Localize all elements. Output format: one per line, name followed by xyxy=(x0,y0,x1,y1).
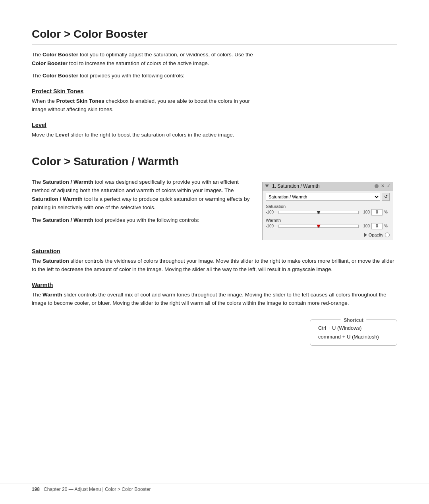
saturation-warmth-widget: 1. Saturation / Warmth ✕ ✓ Saturation / … xyxy=(262,182,393,240)
sw-text1: The xyxy=(32,179,43,185)
widget-dot-icon[interactable] xyxy=(375,184,379,188)
widget-title-bar: 1. Saturation / Warmth ✕ ✓ xyxy=(263,182,393,190)
level-text2: slider to the right to boost the saturat… xyxy=(69,132,234,138)
sw-bold2: Saturation / Warmth xyxy=(32,196,83,202)
intro-paragraph-2: The Color Booster tool provides you with… xyxy=(32,71,254,80)
warmth-label: Warmth xyxy=(266,218,390,223)
widget-preset-row: Saturation / Warmth ↺ xyxy=(266,193,390,201)
warmth-slider-track[interactable] xyxy=(278,225,359,228)
intro1-bold2: Color Booster xyxy=(32,60,68,66)
widget-opacity-label: Opacity xyxy=(369,233,383,237)
warmth-pct: % xyxy=(384,224,390,228)
widget-footer-row: Opacity xyxy=(266,233,390,237)
saturation-min: -100 xyxy=(266,210,277,214)
saturation-pct: % xyxy=(384,210,390,214)
sw-text4: The xyxy=(32,217,43,223)
widget-preset-select[interactable]: Saturation / Warmth xyxy=(266,193,380,201)
sat-text2: slider controls the vividness of colors … xyxy=(32,258,394,273)
warmth-desc: The Warmth slider controls the overall m… xyxy=(32,290,397,308)
page-footer: 198 Chapter 20 — Adjust Menu | Color > C… xyxy=(0,483,429,492)
sat-text1: The xyxy=(32,258,43,264)
intro1-text2: tool you to optimally adjust the saturat… xyxy=(78,52,253,58)
protect-bold1: Protect Skin Tones xyxy=(56,98,104,104)
level-bold1: Level xyxy=(55,132,69,138)
sat-warmth-intro-p2: The Saturation / Warmth tool provides yo… xyxy=(32,216,250,225)
warmth-text2: slider controls the overall mix of cool … xyxy=(32,292,386,306)
level-text1: Move the xyxy=(32,132,55,138)
protect-text1: When the xyxy=(32,98,56,104)
sw-bold1: Saturation / Warmth xyxy=(43,179,93,185)
intro1-bold3: Color Booster xyxy=(43,73,78,79)
sat-warmth-layout: The Saturation / Warmth tool was designe… xyxy=(32,178,397,240)
intro1-text5: tool provides you with the following con… xyxy=(78,73,184,79)
saturation-max: 100 xyxy=(360,210,370,214)
shortcut-line1: Ctrl + U (Windows) xyxy=(318,324,389,333)
widget-body: Saturation / Warmth ↺ Saturation -100 10… xyxy=(263,190,393,240)
widget-opacity-triangle-icon[interactable] xyxy=(364,233,367,237)
saturation-heading: Saturation xyxy=(32,248,397,254)
widget-preset-btn[interactable]: ↺ xyxy=(382,193,390,201)
section-divider-2 xyxy=(32,172,397,172)
level-heading: Level xyxy=(32,122,397,128)
footer-chapter-text: Chapter 20 — Adjust Menu | Color > Color… xyxy=(44,487,151,492)
widget-check-icon[interactable]: ✓ xyxy=(387,183,390,189)
saturation-desc: The Saturation slider controls the vivid… xyxy=(32,257,397,274)
saturation-label: Saturation xyxy=(266,204,390,209)
warmth-slider-thumb xyxy=(317,225,321,228)
intro1-text3: tool to increase the saturation of color… xyxy=(68,60,209,66)
footer-page-number: 198 xyxy=(32,487,40,492)
warmth-slider-section: Warmth -100 100 0 % xyxy=(266,218,390,229)
section-divider-1 xyxy=(32,44,397,45)
page-title-2: Color > Saturation / Warmth xyxy=(32,155,397,168)
warmth-text1: The xyxy=(32,292,43,298)
page-title-1: Color > Color Booster xyxy=(32,28,397,40)
sat-bold1: Saturation xyxy=(43,258,69,264)
sat-warmth-left: The Saturation / Warmth tool was designe… xyxy=(32,178,250,229)
warmth-heading: Warmth xyxy=(32,282,397,288)
shortcut-box: Shortcut Ctrl + U (Windows) command + U … xyxy=(310,319,397,346)
widget-panel-container: 1. Saturation / Warmth ✕ ✓ Saturation / … xyxy=(262,182,397,240)
intro1-bold1: Color Booster xyxy=(43,52,78,58)
sw-bold3: Saturation / Warmth xyxy=(43,217,93,223)
intro1-text4: The xyxy=(32,73,43,79)
sat-warmth-intro-p1: The Saturation / Warmth tool was designe… xyxy=(32,178,250,212)
saturation-slider-row: -100 100 0 % xyxy=(266,209,390,215)
saturation-slider-section: Saturation -100 100 0 % xyxy=(266,204,390,215)
protect-skin-tones-heading: Protect Skin Tones xyxy=(32,88,397,94)
sw-text5: tool provides you with the following con… xyxy=(93,217,199,223)
widget-title-text: 1. Saturation / Warmth xyxy=(272,183,373,189)
shortcut-container: Shortcut Ctrl + U (Windows) command + U … xyxy=(32,319,397,346)
warmth-value-input[interactable]: 0 xyxy=(371,223,383,229)
saturation-slider-thumb xyxy=(317,211,321,214)
shortcut-line2: command + U (Macintosh) xyxy=(318,333,389,341)
widget-close-icon[interactable]: ✕ xyxy=(381,183,385,189)
protect-skin-tones-desc: When the Protect Skin Tones checkbox is … xyxy=(32,97,254,114)
warmth-max: 100 xyxy=(360,224,370,228)
shortcut-label: Shortcut xyxy=(340,316,366,324)
widget-opacity-radio[interactable] xyxy=(385,233,390,237)
saturation-value-input[interactable]: 0 xyxy=(371,209,383,215)
widget-collapse-icon[interactable] xyxy=(265,185,269,187)
intro-paragraph-1: The Color Booster tool you to optimally … xyxy=(32,50,254,67)
intro1-text1: The xyxy=(32,52,43,58)
level-desc: Move the Level slider to the right to bo… xyxy=(32,131,397,139)
warmth-slider-row: -100 100 0 % xyxy=(266,223,390,229)
warmth-min: -100 xyxy=(266,224,277,228)
warmth-bold1: Warmth xyxy=(43,292,62,298)
saturation-slider-track[interactable] xyxy=(278,211,359,214)
